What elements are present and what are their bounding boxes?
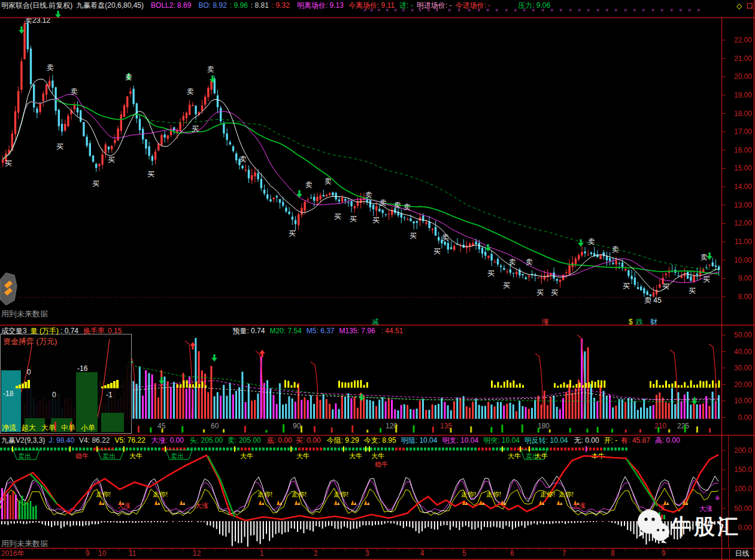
- overlay-mini-bars: [14, 378, 122, 389]
- volume-header-segment: 量 (万手): [31, 327, 59, 336]
- watermark-text: 牛股汇: [671, 513, 741, 541]
- sell-label: 卖: [526, 258, 533, 266]
- sell-label: 卖: [612, 245, 619, 254]
- dazhang-label: 大涨: [195, 502, 208, 509]
- sell-label: 卖: [125, 73, 132, 81]
- oscillator-lines: [0, 455, 721, 521]
- oscillator-axis-label: 100.0: [734, 485, 752, 493]
- zouni-label: 走你!: [257, 491, 272, 498]
- cross-mark: ×: [697, 7, 700, 13]
- buy-label: 买: [334, 212, 341, 221]
- future-data-note: 用到未来数据: [1, 309, 48, 319]
- oscillator-header-segment: 明反转: 10.04: [524, 436, 568, 445]
- buy-label: 买: [56, 142, 63, 151]
- flag-label: 卖出: [102, 452, 116, 459]
- broker-logo-badge: [0, 272, 18, 311]
- cross-mark: ×: [587, 7, 590, 13]
- sell-label: 卖: [380, 199, 387, 207]
- zouni-label: 走你!: [153, 491, 168, 498]
- oscillator-header-segment: 头: 205.00: [190, 436, 223, 445]
- volume-axis-label: 20.00: [734, 381, 752, 389]
- cross-mark: ×: [642, 7, 645, 13]
- oscillator-header-segment: 高: 0.00: [655, 436, 680, 445]
- sell-label: 卖: [47, 63, 54, 72]
- overlay-legend-item[interactable]: 中单: [61, 424, 75, 432]
- oscillator-header-segment: 今阻: 9.29: [327, 436, 359, 445]
- net-flow-value: -18: [3, 389, 13, 398]
- oscillator-header-segment: 明突: 10.04: [483, 436, 520, 445]
- app-window: ××××××××××××××××××××××××××××××××××××××卖卖…: [0, 0, 755, 560]
- flag-label: 大牛: [371, 452, 384, 459]
- overlay-legend-item[interactable]: 净流: [2, 424, 16, 432]
- volume-header-segment: 换手率: [83, 327, 105, 336]
- big-order-value: 0: [52, 391, 56, 399]
- dazhang-label: 大涨: [572, 502, 586, 509]
- price-note-label: 卖 45: [644, 296, 662, 305]
- oscillator-header-segment: 九赢V2(9,3,3): [1, 436, 45, 445]
- future-data-note: 用到未来数据: [1, 538, 48, 549]
- header-segment: : 8.81: [251, 1, 269, 10]
- cross-mark: ×: [578, 7, 581, 13]
- volume-header-segment: : 44.51: [381, 327, 404, 336]
- volume-header-segment: M20: 7.54: [269, 327, 301, 336]
- oscillator-header-segment: J: 98.40: [48, 436, 74, 445]
- chart-canvas: ××××××××××××××××××××××××××××××××××××××卖卖…: [0, 0, 755, 560]
- axis-labels: 22.0021.0020.0019.0018.0017.0016.0015.00…: [721, 36, 752, 532]
- cross-mark: ×: [624, 7, 627, 13]
- sell-label: 卖: [365, 191, 372, 199]
- price-axis-label: 21.00: [734, 54, 752, 63]
- buy-label: 买: [289, 229, 296, 238]
- buy-sell-labels: 卖卖卖卖卖卖卖卖卖卖卖卖卖卖卖卖卖卖买买买买买买买买买买买买买买买买买买买买卖2…: [5, 16, 710, 305]
- super-big-value: 0: [27, 368, 31, 376]
- oscillator-header-segment: V5: 76.22: [114, 436, 145, 445]
- timeline: 2016年9101112123456789: [0, 549, 711, 558]
- volume-header-segment: 预量: 0.74: [232, 327, 265, 336]
- flag-label: 大牛: [240, 452, 253, 459]
- buy-label: 买: [536, 288, 544, 297]
- count-label: 180: [538, 422, 550, 430]
- cross-mark: ×: [633, 7, 636, 13]
- cross-mark: ×: [559, 7, 562, 13]
- small-order-value: -1: [106, 391, 113, 399]
- buy-label: 买: [192, 124, 199, 133]
- window-icon[interactable]: 口: [747, 2, 754, 10]
- oscillator-header-segment: 卖: 205.00: [228, 436, 260, 445]
- watermark: 牛股汇: [636, 509, 741, 544]
- cross-mark: ×: [688, 7, 691, 13]
- overlay-legend-item[interactable]: 小单: [81, 424, 95, 432]
- overlay-legend-item[interactable]: 大单: [41, 424, 56, 432]
- wechat-icon: [636, 509, 671, 544]
- header-segment: BOLL2: 8.69: [151, 1, 191, 10]
- oscillator-header-segment: 大涨: 0.00: [151, 436, 184, 445]
- overlay-legend-item[interactable]: 超大: [22, 424, 36, 432]
- count-label: 210: [654, 422, 666, 430]
- capital-game-overlay: 资金搏弈 (万元) -18 0 -16 0 -1 净流超大大单中单小单: [0, 334, 132, 434]
- zouni-label: 走你!: [461, 491, 476, 498]
- buy-label: 买: [147, 170, 154, 178]
- sell-label: 卖: [509, 258, 516, 266]
- header-segment: 明进场价: -: [417, 1, 452, 10]
- volume-axis-label: 50.00: [734, 331, 752, 339]
- period-selector[interactable]: 日线: [729, 549, 754, 559]
- sell-label: 卖: [325, 177, 332, 185]
- volume-header-segment: 成交量3: [1, 327, 27, 336]
- header-segment: : 9.32: [272, 1, 290, 10]
- volume-axis-label: 10.00: [734, 397, 752, 405]
- flag-label: 大牛: [508, 452, 521, 459]
- buy-label: 买: [551, 288, 558, 297]
- diamond-icon[interactable]: ◇: [736, 2, 742, 10]
- count-label: 90: [293, 422, 301, 430]
- zouni-label: 走你!: [96, 491, 111, 498]
- cross-mark: ×: [651, 7, 654, 13]
- flag-label: 卖出: [171, 452, 184, 459]
- price-axis-label: 8.00: [738, 293, 753, 301]
- header-segment: 九赢看盘(20,6,80,45): [76, 1, 144, 10]
- zouni-label: 走你!: [333, 491, 348, 498]
- oscillator-header-segment: 明支: 10.04: [442, 436, 478, 445]
- volume-header-segment: M5: 6.37: [307, 327, 335, 336]
- buy-label: 买: [662, 282, 669, 291]
- oscillator-header-segment: 开: -: [604, 436, 618, 445]
- sell-label: 卖: [305, 181, 313, 189]
- volume-axis-label: 30.00: [734, 364, 752, 372]
- ticks-row: 456090120135180210225: [138, 422, 711, 433]
